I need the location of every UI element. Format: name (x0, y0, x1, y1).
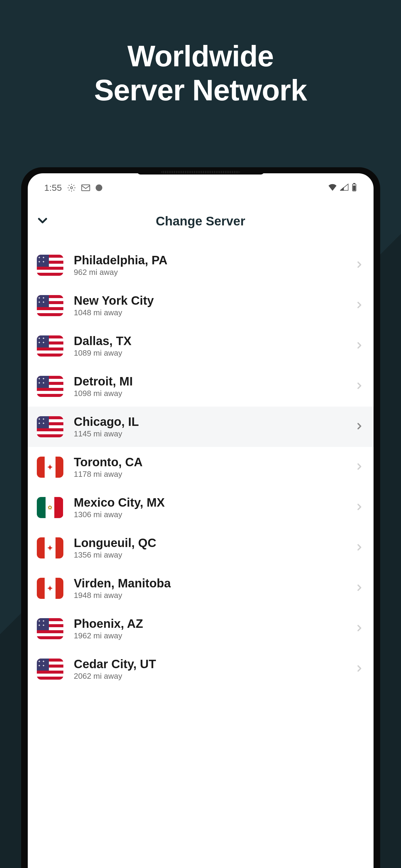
server-distance: 1089 mi away (74, 348, 344, 358)
svg-rect-4 (353, 186, 355, 190)
svg-rect-3 (353, 183, 355, 184)
server-item[interactable]: ✿Mexico City, MX1306 mi away (28, 487, 374, 528)
chevron-right-icon (354, 381, 365, 392)
flag-ca-icon: ✦ (37, 457, 63, 478)
phone-notch (137, 170, 264, 175)
flag-us-icon (37, 336, 63, 356)
chevron-right-icon (354, 583, 365, 594)
server-item[interactable]: Cedar City, UT2062 mi away (28, 649, 374, 689)
flag-ca-icon: ✦ (37, 578, 63, 599)
promo-title-line2: Server Network (94, 73, 307, 107)
server-distance: 1306 mi away (74, 510, 344, 519)
chevron-right-icon (354, 461, 365, 473)
server-info: Longueuil, QC1356 mi away (74, 536, 344, 560)
server-info: Mexico City, MX1306 mi away (74, 496, 344, 519)
server-info: New York City1048 mi away (74, 294, 344, 317)
server-name: Chicago, IL (74, 415, 344, 429)
server-item[interactable]: ✦Toronto, CA1178 mi away (28, 447, 374, 487)
server-distance: 962 mi away (74, 268, 344, 277)
server-name: Toronto, CA (74, 456, 344, 469)
wifi-icon (328, 184, 337, 192)
flag-us-icon (37, 618, 63, 639)
server-item[interactable]: Detroit, MI1098 mi away (28, 366, 374, 407)
server-info: Toronto, CA1178 mi away (74, 456, 344, 479)
gear-icon (67, 184, 76, 192)
promo-title-line1: Worldwide (127, 39, 274, 73)
flag-us-icon (37, 255, 63, 276)
back-button[interactable] (35, 213, 50, 229)
server-distance: 2062 mi away (74, 672, 344, 681)
server-name: Philadelphia, PA (74, 253, 344, 267)
flag-us-icon (37, 376, 63, 397)
chevron-right-icon (354, 421, 365, 433)
flag-ca-icon: ✦ (37, 537, 63, 558)
server-info: Philadelphia, PA962 mi away (74, 253, 344, 277)
chevron-right-icon (354, 502, 365, 513)
status-bar: 1:55 (28, 173, 374, 199)
server-item[interactable]: New York City1048 mi away (28, 285, 374, 326)
server-name: Mexico City, MX (74, 496, 344, 509)
chevron-right-icon (354, 663, 365, 675)
chevron-right-icon (354, 300, 365, 311)
server-info: Phoenix, AZ1962 mi away (74, 617, 344, 641)
server-distance: 1948 mi away (74, 591, 344, 600)
server-item[interactable]: Phoenix, AZ1962 mi away (28, 609, 374, 649)
server-name: Dallas, TX (74, 334, 344, 348)
flag-us-icon (37, 658, 63, 680)
server-name: Longueuil, QC (74, 536, 344, 550)
server-name: Virden, Manitoba (74, 577, 344, 590)
server-info: Virden, Manitoba1948 mi away (74, 577, 344, 600)
phone-speaker (162, 171, 240, 173)
app-header: Change Server (28, 199, 374, 245)
server-item[interactable]: Chicago, IL1145 mi away (28, 407, 374, 447)
server-distance: 1178 mi away (74, 470, 344, 479)
flag-us-icon (37, 295, 63, 316)
mail-icon (81, 184, 90, 191)
battery-icon (351, 183, 357, 193)
server-name: Detroit, MI (74, 375, 344, 388)
server-info: Chicago, IL1145 mi away (74, 415, 344, 438)
server-info: Dallas, TX1089 mi away (74, 334, 344, 358)
server-info: Cedar City, UT2062 mi away (74, 657, 344, 681)
phone-frame: 1:55 (21, 167, 380, 868)
flag-mx-icon: ✿ (37, 497, 63, 518)
server-distance: 1048 mi away (74, 308, 344, 317)
server-distance: 1356 mi away (74, 550, 344, 560)
promo-title: Worldwide Server Network (94, 39, 307, 107)
svg-point-0 (70, 187, 73, 189)
chevron-right-icon (354, 340, 365, 352)
server-distance: 1145 mi away (74, 429, 344, 438)
server-item[interactable]: Philadelphia, PA962 mi away (28, 245, 374, 285)
signal-icon (340, 184, 348, 192)
dot-icon (96, 184, 102, 191)
server-name: Phoenix, AZ (74, 617, 344, 630)
server-name: New York City (74, 294, 344, 307)
server-distance: 1962 mi away (74, 631, 344, 641)
server-distance: 1098 mi away (74, 389, 344, 398)
server-item[interactable]: Dallas, TX1089 mi away (28, 326, 374, 366)
server-info: Detroit, MI1098 mi away (74, 375, 344, 398)
chevron-right-icon (354, 542, 365, 554)
flag-us-icon (37, 416, 63, 437)
chevron-right-icon (354, 259, 365, 271)
page-title: Change Server (37, 214, 365, 228)
server-item[interactable]: ✦Virden, Manitoba1948 mi away (28, 568, 374, 609)
status-bar-right (328, 183, 357, 193)
server-list: Philadelphia, PA962 mi awayNew York City… (28, 245, 374, 689)
svg-rect-1 (82, 185, 90, 191)
status-bar-left: 1:55 (45, 183, 102, 193)
server-name: Cedar City, UT (74, 657, 344, 671)
status-time: 1:55 (45, 183, 62, 193)
chevron-right-icon (354, 623, 365, 634)
server-item[interactable]: ✦Longueuil, QC1356 mi away (28, 528, 374, 568)
phone-screen: 1:55 (28, 173, 374, 868)
